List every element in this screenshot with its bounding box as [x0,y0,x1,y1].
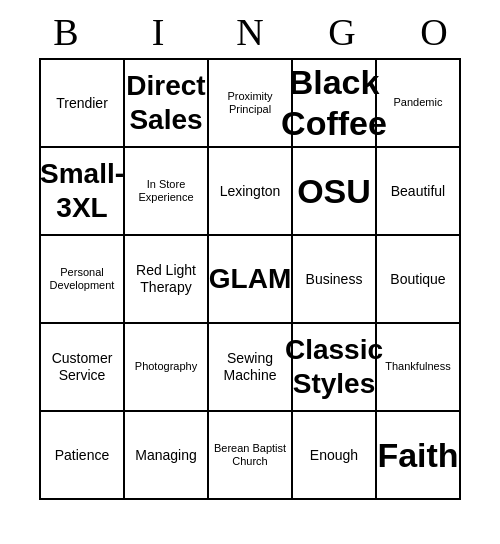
bingo-cell: Lexington [209,148,293,236]
bingo-cell: Beautiful [377,148,461,236]
bingo-cell: Faith [377,412,461,500]
bingo-cell: Photography [125,324,209,412]
bingo-letter: N [208,10,292,54]
bingo-cell: Customer Service [41,324,125,412]
bingo-cell: Small-3XL [41,148,125,236]
bingo-letter: O [392,10,476,54]
bingo-cell: Enough [293,412,377,500]
bingo-cell: Black Coffee [293,60,377,148]
bingo-cell: Boutique [377,236,461,324]
bingo-cell: Sewing Machine [209,324,293,412]
bingo-letter: G [300,10,384,54]
bingo-cell: Trendier [41,60,125,148]
bingo-cell: Classic Styles [293,324,377,412]
bingo-cell: Patience [41,412,125,500]
bingo-letter: I [116,10,200,54]
bingo-cell: In Store Experience [125,148,209,236]
bingo-letter: B [24,10,108,54]
bingo-cell: Personal Development [41,236,125,324]
bingo-cell: Berean Baptist Church [209,412,293,500]
bingo-cell: Managing [125,412,209,500]
bingo-cell: Thankfulness [377,324,461,412]
bingo-cell: Red Light Therapy [125,236,209,324]
bingo-cell: GLAM [209,236,293,324]
bingo-cell: Business [293,236,377,324]
bingo-cell: Pandemic [377,60,461,148]
bingo-grid: TrendierDirect SalesProximity PrincipalB… [39,58,461,500]
bingo-header: BINGO [20,10,480,54]
bingo-cell: Direct Sales [125,60,209,148]
bingo-cell: OSU [293,148,377,236]
